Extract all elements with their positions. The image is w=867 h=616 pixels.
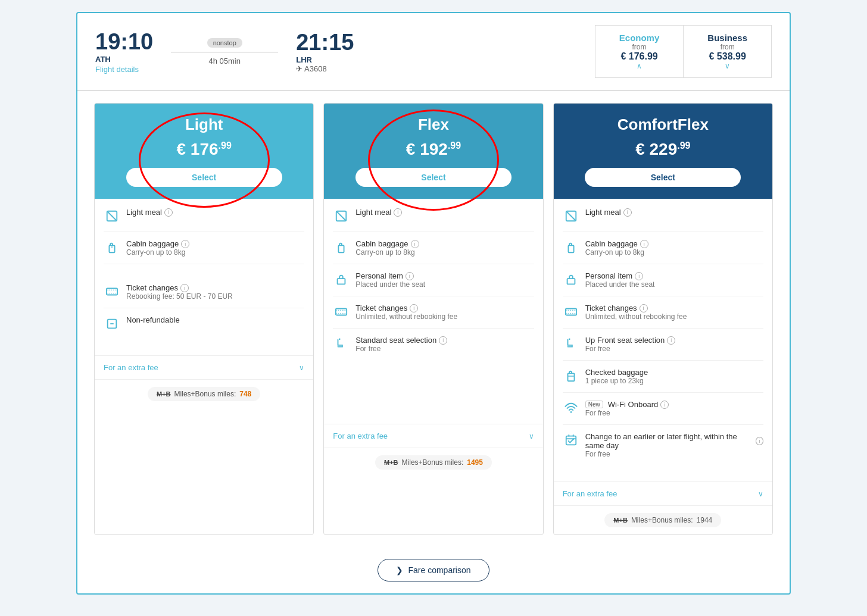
- flex-feature-cabin: Cabin baggage i Carry-on up to 8kg: [333, 239, 534, 264]
- cf-feature-ticket: Ticket changes i Unlimited, without rebo…: [563, 304, 763, 329]
- flex-miles-section: M+B Miles+Bonus miles: 1495: [324, 448, 542, 477]
- cf-cabin-name: Cabin baggage i: [585, 239, 763, 248]
- arrival-time: 21:15: [296, 30, 354, 55]
- cf-personal-sub: Placed under the seat: [585, 280, 763, 289]
- flex-extra-fee[interactable]: For an extra fee ∨: [324, 424, 542, 448]
- flex-ticket-name: Ticket changes i: [355, 304, 534, 312]
- comfortflex-select-button[interactable]: Select: [585, 168, 741, 187]
- cf-miles-logo: M+B: [613, 517, 628, 524]
- cf-wifi-info[interactable]: i: [660, 401, 669, 409]
- flight-line-block: nonstop 4h 05min: [171, 38, 278, 65]
- cf-wifi-icon: [563, 400, 579, 417]
- flex-price-cents: .99: [448, 140, 461, 151]
- cf-extra-fee[interactable]: For an extra fee ∨: [554, 481, 772, 505]
- meal-crossed-icon: [104, 208, 120, 224]
- light-extra-fee[interactable]: For an extra fee ∨: [95, 355, 313, 379]
- tab-business[interactable]: Business from € 538.99 ∨: [683, 25, 772, 78]
- flex-personal-info[interactable]: i: [406, 272, 414, 280]
- nonstop-badge: nonstop: [207, 38, 242, 48]
- cf-seat-sub: For free: [585, 345, 763, 353]
- light-feature-cabin: Cabin baggage i Carry-on up to 8kg: [104, 239, 304, 264]
- cf-meal-text: Light meal i: [585, 208, 763, 217]
- light-ticket-name: Ticket changes i: [126, 283, 304, 292]
- cf-feature-seat: Up Front seat selection i For free: [563, 336, 763, 361]
- light-refund-text: Non-refundable: [126, 315, 304, 324]
- cf-miles-label: Miles+Bonus miles:: [631, 516, 693, 524]
- cf-cabin-info[interactable]: i: [640, 240, 648, 248]
- business-price: € 538.99: [707, 51, 747, 62]
- cf-feature-wifi: New Wi-Fi Onboard i For free: [563, 400, 763, 425]
- business-chevron: ∨: [707, 62, 747, 70]
- flex-cabin-info[interactable]: i: [411, 240, 419, 248]
- economy-from: from: [619, 43, 660, 51]
- business-label: Business: [707, 33, 747, 43]
- comfortflex-price-cents: .99: [677, 140, 690, 151]
- light-meal-info[interactable]: i: [164, 208, 173, 217]
- cf-seat-icon: [563, 336, 579, 352]
- light-extra-fee-label: For an extra fee: [104, 363, 158, 372]
- light-ticket-info[interactable]: i: [180, 284, 189, 292]
- cf-ticket-icon: [563, 304, 579, 320]
- departure-time: 19:10: [95, 29, 153, 55]
- svg-rect-16: [565, 309, 576, 315]
- flex-personal-sub: Placed under the seat: [355, 280, 534, 289]
- flight-number: ✈ A3608: [296, 64, 354, 73]
- cf-miles-value: 1944: [697, 516, 713, 524]
- business-from: from: [707, 43, 747, 51]
- svg-rect-4: [107, 289, 117, 295]
- cf-ticket-info[interactable]: i: [640, 304, 648, 312]
- card-comfortflex-title: ComfortFlex: [566, 115, 760, 134]
- departure-block: 19:10 ATH Flight details: [95, 29, 153, 74]
- cf-checked-bag-icon: [563, 368, 579, 384]
- flex-meal-crossed-icon: [333, 208, 350, 224]
- flight-duration: 4h 05min: [208, 57, 240, 65]
- cf-seat-info[interactable]: i: [667, 336, 675, 345]
- card-light-title: Light: [107, 115, 301, 134]
- cf-extra-fee-label: For an extra fee: [563, 489, 617, 498]
- cf-feature-personal: Personal item i Placed under the seat: [563, 271, 763, 296]
- svg-line-1: [107, 211, 117, 221]
- light-feature-meal: Light meal i: [104, 208, 304, 232]
- svg-rect-21: [566, 436, 576, 445]
- flex-ticket-info[interactable]: i: [410, 304, 418, 312]
- new-badge: New: [585, 401, 603, 408]
- light-meal-text: Light meal i: [126, 208, 304, 217]
- cf-flight-change-info[interactable]: i: [756, 437, 763, 445]
- cf-meal-crossed-icon: [563, 208, 579, 224]
- flex-seat-sub: For free: [355, 345, 534, 353]
- flex-personal-name: Personal item i: [355, 271, 534, 280]
- fare-comparison-button[interactable]: ❯ Fare comparison: [378, 559, 489, 581]
- flex-meal-name: Light meal i: [355, 208, 534, 217]
- light-cabin-info[interactable]: i: [181, 240, 189, 248]
- cf-seat-name: Up Front seat selection i: [585, 336, 763, 345]
- tab-economy[interactable]: Economy from € 176.99 ∧: [595, 25, 684, 78]
- light-select-button[interactable]: Select: [126, 168, 282, 187]
- flight-details-link[interactable]: Flight details: [95, 65, 139, 74]
- flex-extra-fee-label: For an extra fee: [333, 431, 388, 440]
- economy-price: € 176.99: [619, 51, 660, 62]
- flex-ticket-sub: Unlimited, without rebooking fee: [355, 312, 534, 321]
- flex-meal-info[interactable]: i: [394, 208, 402, 217]
- svg-point-17: [569, 338, 570, 340]
- economy-label: Economy: [619, 33, 660, 43]
- card-light: Light € 176.99 Select Light meal i: [94, 103, 314, 535]
- cf-meal-info[interactable]: i: [623, 208, 632, 217]
- light-miles-badge: M+B Miles+Bonus miles: 748: [148, 387, 260, 401]
- svg-rect-8: [339, 245, 344, 252]
- flex-miles-value: 1495: [467, 458, 483, 467]
- flex-seat-text: Standard seat selection i For free: [355, 336, 534, 353]
- flex-seat-info[interactable]: i: [439, 336, 447, 345]
- cf-seat-text: Up Front seat selection i For free: [585, 336, 763, 353]
- flex-extra-fee-chevron: ∨: [529, 432, 534, 440]
- cf-feature-meal: Light meal i: [563, 208, 763, 232]
- cf-flight-change-text: Change to an earlier or later flight, wi…: [585, 432, 763, 458]
- cf-personal-info[interactable]: i: [635, 272, 643, 280]
- flex-select-button[interactable]: Select: [355, 168, 512, 187]
- card-comfortflex-body: Light meal i Cabin baggage i Carry-on up…: [554, 199, 772, 481]
- cf-feature-checked-bag: Checked baggage 1 piece up to 23kg: [563, 368, 763, 393]
- fare-comparison-area: ❯ Fare comparison: [77, 547, 790, 593]
- light-extra-fee-chevron: ∨: [299, 364, 304, 372]
- cf-miles-section: M+B Miles+Bonus miles: 1944: [554, 505, 772, 534]
- cf-personal-icon: [563, 271, 579, 288]
- svg-rect-2: [109, 245, 114, 252]
